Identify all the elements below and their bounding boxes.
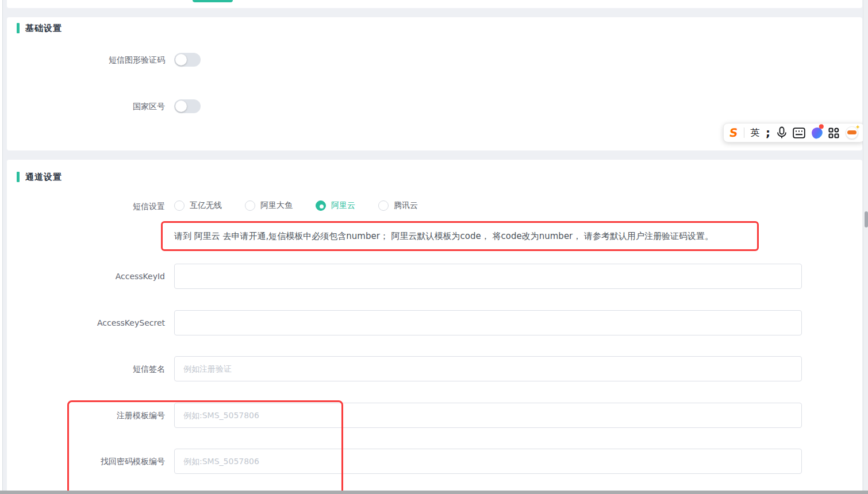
password-recovery-template-input[interactable] [174,449,802,474]
radio-group-label: 短信设置 [7,202,165,211]
assistant-face [847,130,857,134]
section-accent-bar [17,23,20,33]
sms-signature-input[interactable] [174,356,802,381]
aliyun-notice-annotation-box: 请到 阿里云 去申请开通,短信模板中必须包含number； 阿里云默认模板为co… [161,221,759,251]
bottom-scrollbar[interactable] [0,491,868,494]
radio-circle-icon [245,200,255,211]
register-template-input[interactable] [174,403,802,428]
accesskeyid-input[interactable] [174,264,802,289]
left-page-edge [0,0,3,494]
punctuation-icon[interactable]: ; [766,127,770,138]
sms-provider-radio-group: 互亿无线 阿里大鱼 阿里云 腾讯云 [174,200,441,211]
sparkle-icon: ✦ [855,124,861,131]
keyboard-icon[interactable] [793,128,805,138]
ime-language-indicator[interactable]: 英 [751,127,760,139]
save-button[interactable] [193,0,233,2]
toolbox-grid-icon[interactable] [828,128,839,138]
toggle-label-country-code: 国家区号 [7,102,165,111]
radio-option-alidayu[interactable]: 阿里大鱼 [245,200,293,211]
radio-option-tencent[interactable]: 腾讯云 [378,200,418,211]
radio-circle-icon [378,200,389,211]
field-label-accesskeysecret: AccessKeySecret [7,318,165,327]
radio-option-aliyun[interactable]: 阿里云 [316,200,355,211]
channel-settings-card: 通道设置 短信设置 互亿无线 阿里大鱼 阿里云 腾讯云 请到 阿里云 去申请开通… [7,160,862,494]
section-title-channel: 通道设置 [25,172,62,183]
notification-dot [819,124,824,129]
assistant-icon[interactable]: ✦ [846,126,858,139]
accesskeysecret-input[interactable] [174,310,802,335]
aliyun-notice-text: 请到 阿里云 去申请开通,短信模板中必须包含number； 阿里云默认模板为co… [163,231,713,242]
sogou-logo-icon[interactable]: S [729,127,739,138]
toggle-sms-captcha[interactable] [174,53,201,67]
toggle-country-code[interactable] [174,99,201,113]
radio-circle-icon [174,200,185,211]
field-label-accesskeyid: AccessKeyId [7,272,165,281]
toggle-label-sms-captcha: 短信图形验证码 [7,55,165,64]
section-accent-bar [17,172,20,182]
field-label-register-template: 注册模板编号 [7,411,165,420]
radio-option-huyi[interactable]: 互亿无线 [174,200,222,211]
vertical-scrollbar-track[interactable] [863,0,868,494]
field-label-sms-signature: 短信签名 [7,364,165,373]
field-label-password-recovery-template: 找回密码模板编号 [7,457,165,466]
previous-card-bottom [7,0,862,8]
radio-circle-selected-icon [316,200,326,211]
vertical-scrollbar-thumb[interactable] [865,211,868,227]
ime-toolbar: S 英 ; ✦ [723,123,865,142]
section-title-basic: 基础设置 [25,23,62,34]
ime-divider [744,128,744,138]
microphone-icon[interactable] [777,126,787,139]
skin-icon[interactable] [812,128,823,138]
